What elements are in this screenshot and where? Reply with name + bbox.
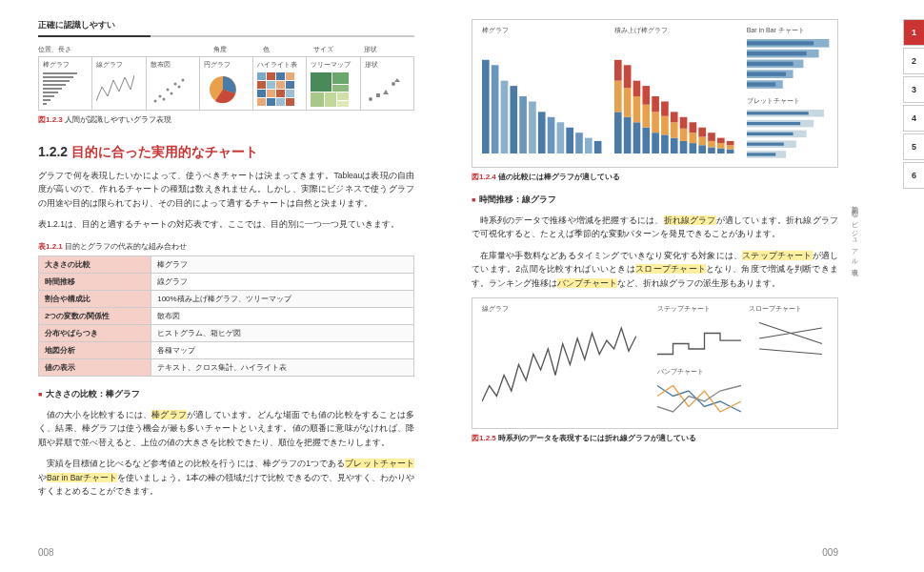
svg-rect-35 xyxy=(332,72,349,84)
svg-rect-76 xyxy=(661,101,669,115)
svg-point-13 xyxy=(170,92,172,95)
tab-3[interactable]: 3 xyxy=(903,76,924,103)
svg-point-11 xyxy=(162,98,165,101)
svg-rect-61 xyxy=(614,60,622,81)
svg-rect-3 xyxy=(43,84,66,86)
svg-rect-59 xyxy=(614,112,622,153)
svg-rect-65 xyxy=(633,122,641,153)
svg-rect-37 xyxy=(311,92,324,107)
svg-rect-88 xyxy=(698,128,706,137)
bar-chart-icon xyxy=(43,72,81,107)
svg-rect-72 xyxy=(652,112,659,133)
svg-rect-109 xyxy=(747,112,809,114)
svg-rect-117 xyxy=(747,153,775,155)
svg-rect-36 xyxy=(332,85,349,92)
svg-rect-25 xyxy=(286,81,294,89)
svg-rect-60 xyxy=(614,81,622,112)
svg-rect-26 xyxy=(257,90,266,97)
svg-rect-53 xyxy=(548,117,555,153)
svg-rect-8 xyxy=(43,103,47,105)
svg-point-9 xyxy=(153,100,156,103)
fig124-barinbar xyxy=(747,39,839,91)
svg-rect-94 xyxy=(717,138,725,143)
table-121: 大きさの比較棒グラフ 時間推移線グラフ 割合や構成比100%積み上げ棒グラフ、ツ… xyxy=(38,255,414,377)
pie-icon xyxy=(204,72,242,107)
svg-rect-84 xyxy=(689,133,696,143)
svg-rect-96 xyxy=(727,145,734,149)
svg-rect-103 xyxy=(747,62,793,66)
svg-rect-81 xyxy=(680,129,688,141)
fig124-bullet xyxy=(747,110,839,161)
svg-rect-50 xyxy=(519,96,527,153)
svg-rect-48 xyxy=(501,81,509,153)
svg-rect-83 xyxy=(689,143,696,153)
svg-rect-54 xyxy=(557,122,565,153)
section-title-122: 1.2.2 目的に合った実用的なチャート xyxy=(38,144,414,161)
svg-rect-97 xyxy=(727,141,734,145)
svg-rect-42 xyxy=(376,93,380,97)
svg-rect-52 xyxy=(538,112,546,153)
tab-5[interactable]: 5 xyxy=(903,133,924,160)
svg-rect-105 xyxy=(747,72,786,76)
svg-rect-73 xyxy=(652,96,659,112)
fig125-step xyxy=(657,317,741,359)
svg-rect-111 xyxy=(747,122,800,125)
fig125-bump xyxy=(657,380,741,422)
chart-grid-123: 棒グラフ 線グラフ 散布図 円グラフ ハイライト表 ツリーマップ 形状 xyxy=(38,56,414,111)
svg-rect-75 xyxy=(661,116,669,135)
header-title: 正確に認識しやすい xyxy=(38,19,414,31)
svg-rect-89 xyxy=(708,147,715,153)
svg-rect-27 xyxy=(267,90,275,97)
cell-bar: 棒グラフ xyxy=(39,57,92,110)
panel-124: 棒グラフ 積み上げ棒グラフ Bar in Bar チャート ブレットチャート xyxy=(472,19,838,168)
svg-point-16 xyxy=(181,79,184,82)
svg-rect-47 xyxy=(492,65,499,153)
fig-caption-123: 図1.2.3 人間が認識しやすいグラフ表現 xyxy=(38,114,414,125)
svg-rect-71 xyxy=(652,133,659,153)
svg-rect-69 xyxy=(642,105,650,128)
svg-rect-107 xyxy=(747,82,775,86)
svg-point-41 xyxy=(369,97,372,101)
svg-rect-58 xyxy=(594,141,602,153)
svg-rect-101 xyxy=(747,51,807,55)
shape-icon xyxy=(365,72,403,107)
highlight-table-icon xyxy=(257,72,295,107)
treemap-icon xyxy=(311,72,349,107)
cell-pie: 円グラフ xyxy=(200,57,253,110)
fig-caption-124: 図1.2.4 値の比較には棒グラフが適している xyxy=(472,172,838,182)
svg-rect-57 xyxy=(585,138,593,153)
svg-rect-33 xyxy=(286,98,294,106)
para-1: グラフで何を表現したいかによって、使うべきチャートは決まってきます。Tablea… xyxy=(38,169,414,210)
tab-1[interactable]: 1 xyxy=(903,19,924,46)
svg-rect-113 xyxy=(747,133,793,135)
svg-rect-23 xyxy=(267,81,275,89)
svg-rect-40 xyxy=(337,101,349,107)
table-caption-121: 表1.2.1 目的とグラフの代表的な組み合わせ xyxy=(38,241,414,252)
svg-rect-87 xyxy=(698,137,706,146)
svg-rect-67 xyxy=(633,81,641,96)
svg-rect-34 xyxy=(311,72,331,92)
para-3: 値の大小を比較するには、棒グラフが適しています。どんな場面でも値の比較をすること… xyxy=(38,408,414,449)
svg-rect-62 xyxy=(624,117,632,153)
svg-rect-28 xyxy=(276,90,285,97)
header-line xyxy=(38,35,414,37)
svg-rect-31 xyxy=(267,98,275,106)
svg-rect-68 xyxy=(642,128,650,153)
svg-rect-80 xyxy=(680,141,688,153)
svg-rect-70 xyxy=(642,86,650,105)
tab-6[interactable]: 6 xyxy=(903,162,924,189)
svg-rect-64 xyxy=(624,65,632,88)
svg-rect-66 xyxy=(633,96,641,122)
svg-rect-63 xyxy=(624,88,632,117)
svg-rect-85 xyxy=(689,122,696,133)
tab-2[interactable]: 2 xyxy=(903,48,924,74)
svg-rect-55 xyxy=(566,128,573,153)
svg-marker-45 xyxy=(394,78,400,82)
svg-rect-77 xyxy=(671,138,678,153)
tab-4[interactable]: 4 xyxy=(903,105,924,132)
fig124-bar xyxy=(482,39,607,153)
svg-rect-4 xyxy=(43,88,62,90)
para-4: 実績を目標値と比べるなど参考値との比較を行うには、棒グラフの1つであるブレットチ… xyxy=(38,457,414,498)
svg-rect-49 xyxy=(510,86,517,153)
page-right: 棒グラフ 積み上げ棒グラフ Bar in Bar チャート ブレットチャート xyxy=(443,0,886,572)
